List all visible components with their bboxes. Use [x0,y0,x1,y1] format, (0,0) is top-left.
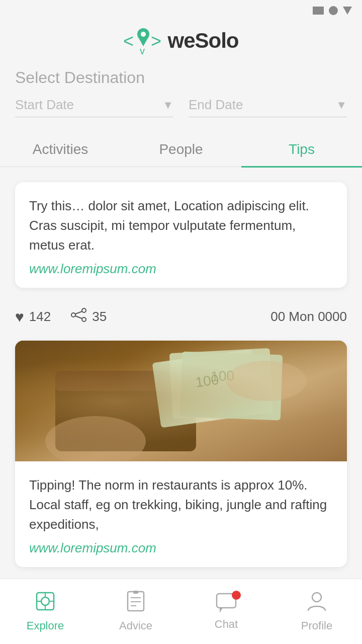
svg-line-9 [75,311,82,314]
brand-name: weSolo [167,29,238,53]
wifi-icon [343,7,352,15]
svg-rect-13 [55,371,196,391]
start-date-label: Start Date [15,97,74,113]
card-body-1: Try this… dolor sit amet, Location adipi… [15,182,347,288]
svg-point-19 [45,416,146,461]
destination-title: Select Destination [0,68,362,97]
date-1: 00 Mon 0000 [270,309,347,325]
battery-icon [313,7,324,15]
logo-icon: < v > [123,23,163,58]
stats-row-1: ♥ 142 35 00 Mon 0000 [15,298,347,341]
card-link-1[interactable]: www.loremipsum.com [29,261,156,276]
card-link-2[interactable]: www.loremipsum.com [29,540,156,555]
advice-label: Advice [119,619,152,632]
profile-icon [307,591,326,616]
end-date-chevron[interactable]: ▼ [336,99,347,112]
card-text-1: Try this… dolor sit amet, Location adipi… [29,196,333,255]
end-date-field[interactable]: End Date ▼ [189,97,347,117]
svg-rect-36 [133,591,138,594]
nav-item-explore[interactable]: Explore [0,585,90,638]
svg-rect-12 [55,371,196,451]
tab-people[interactable]: People [121,132,241,167]
status-bar [0,0,362,18]
svg-text:100: 100 [210,368,234,384]
heart-filled-icon-1: ♥ [15,308,24,326]
tip-card-2: 100 100 Tipping! The norm in restaurants… [15,341,347,620]
nav-item-chat[interactable]: Chat [181,587,272,637]
nav-item-advice[interactable]: Advice [90,585,181,638]
svg-line-10 [75,316,82,318]
explore-icon [35,591,56,616]
svg-text:<: < [123,31,134,51]
card-text-body-2: Tipping! The norm in restaurants is appr… [15,461,347,567]
shares-count-1: 35 [92,309,107,325]
svg-text:>: > [151,31,161,51]
shares-1[interactable]: 35 [71,308,107,326]
advice-icon [126,591,145,616]
tab-tips[interactable]: Tips [241,132,362,167]
svg-point-27 [41,597,49,605]
logo: < v > weSolo [123,23,238,58]
signal-icon [329,6,338,15]
end-date-label: End Date [189,97,243,113]
svg-point-39 [312,593,321,602]
svg-rect-15 [169,348,274,419]
svg-rect-16 [180,352,283,421]
tips-content: Try this… dolor sit amet, Location adipi… [0,182,362,644]
tip-card-1: Try this… dolor sit amet, Location adipi… [15,182,347,341]
tab-activities[interactable]: Activities [0,132,121,167]
bottom-nav: Explore Advice Chat [0,579,362,644]
svg-marker-38 [220,608,223,613]
date-picker-row: Start Date ▼ End Date ▼ [0,97,362,132]
card-body-2: 100 100 Tipping! The norm in restaurants… [15,341,347,567]
app-header: < v > weSolo [0,18,362,68]
card-text-2: Tipping! The norm in restaurants is appr… [29,475,333,534]
likes-1[interactable]: ♥ 142 [15,308,51,326]
svg-point-6 [82,308,86,312]
chat-icon-wrapper [216,593,237,615]
svg-rect-11 [15,341,347,461]
nav-item-profile[interactable]: Profile [272,585,362,638]
svg-text:v: v [140,45,145,56]
card-text-body-1: Try this… dolor sit amet, Location adipi… [15,182,347,288]
share-icon-1 [71,308,87,326]
svg-text:100: 100 [195,372,220,390]
svg-point-20 [226,361,307,401]
chat-badge [232,591,241,600]
card-image-2: 100 100 [15,341,347,461]
svg-rect-14 [152,349,261,428]
svg-point-8 [82,317,86,321]
start-date-field[interactable]: Start Date ▼ [15,97,173,117]
likes-count-1: 142 [29,309,51,325]
explore-label: Explore [27,619,64,632]
svg-point-7 [71,313,75,317]
svg-point-2 [141,32,146,37]
start-date-chevron[interactable]: ▼ [162,99,173,112]
profile-label: Profile [301,619,332,632]
chat-label: Chat [215,618,238,631]
tab-bar: Activities People Tips [0,132,362,167]
